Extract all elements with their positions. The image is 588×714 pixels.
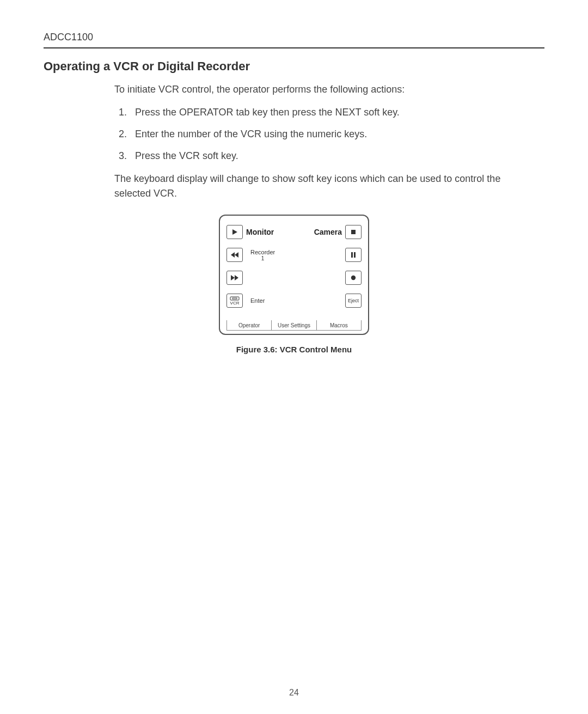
enter-label: Enter (250, 297, 265, 304)
figure-caption: Figure 3.6: VCR Control Menu (236, 345, 352, 354)
svg-point-8 (351, 276, 356, 280)
vcr-icon[interactable]: VCR (226, 294, 243, 308)
camera-label: Camera (314, 228, 342, 236)
svg-marker-0 (232, 229, 237, 235)
monitor-label: Monitor (246, 228, 274, 236)
eject-button[interactable]: Eject (345, 294, 362, 308)
vcr-control-panel: Monitor Camera Recorder (219, 215, 369, 335)
record-icon[interactable] (345, 271, 362, 285)
document-page: ADCC1100 Operating a VCR or Digital Reco… (0, 0, 588, 714)
recorder-label: Recorder (250, 249, 275, 255)
stop-icon[interactable] (345, 225, 362, 239)
page-number: 24 (0, 688, 588, 698)
svg-rect-4 (351, 252, 353, 258)
document-header-id: ADCC1100 (44, 32, 544, 48)
eject-label: Eject (348, 298, 359, 303)
steps-list: Press the OPERATOR tab key then press th… (114, 105, 506, 164)
panel-row-3 (226, 268, 362, 288)
panel-row-4: VCR Enter Eject (226, 291, 362, 310)
section-title: Operating a VCR or Digital Recorder (44, 59, 544, 74)
recorder-number: 1 (261, 255, 265, 261)
panel-row-1: Monitor Camera (226, 222, 362, 242)
svg-marker-6 (231, 275, 235, 280)
vcr-icon-label: VCR (230, 301, 240, 306)
svg-rect-5 (354, 252, 356, 258)
svg-rect-1 (351, 230, 356, 234)
panel-row-2: Recorder 1 (226, 245, 362, 265)
step-item: Enter the number of the VCR using the nu… (130, 127, 506, 142)
tab-operator[interactable]: Operator (226, 320, 271, 331)
play-icon[interactable] (226, 225, 243, 239)
tab-user-settings[interactable]: User Settings (271, 320, 316, 331)
section-body: To initiate VCR control, the operator pe… (114, 82, 506, 202)
rewind-icon[interactable] (226, 248, 243, 262)
intro-paragraph: To initiate VCR control, the operator pe… (114, 82, 506, 97)
pause-icon[interactable] (345, 248, 362, 262)
figure-wrap: Monitor Camera Recorder (44, 215, 544, 354)
svg-marker-2 (231, 252, 235, 258)
panel-tabs: Operator User Settings Macros (226, 320, 362, 331)
svg-marker-7 (235, 275, 238, 280)
fast-forward-icon[interactable] (226, 271, 243, 285)
step-item: Press the VCR soft key. (130, 149, 506, 164)
tab-macros[interactable]: Macros (316, 320, 362, 331)
svg-rect-9 (230, 297, 239, 300)
post-steps-paragraph: The keyboard display will change to show… (114, 172, 506, 202)
svg-marker-3 (235, 252, 238, 258)
svg-rect-10 (232, 298, 237, 299)
step-item: Press the OPERATOR tab key then press th… (130, 105, 506, 120)
